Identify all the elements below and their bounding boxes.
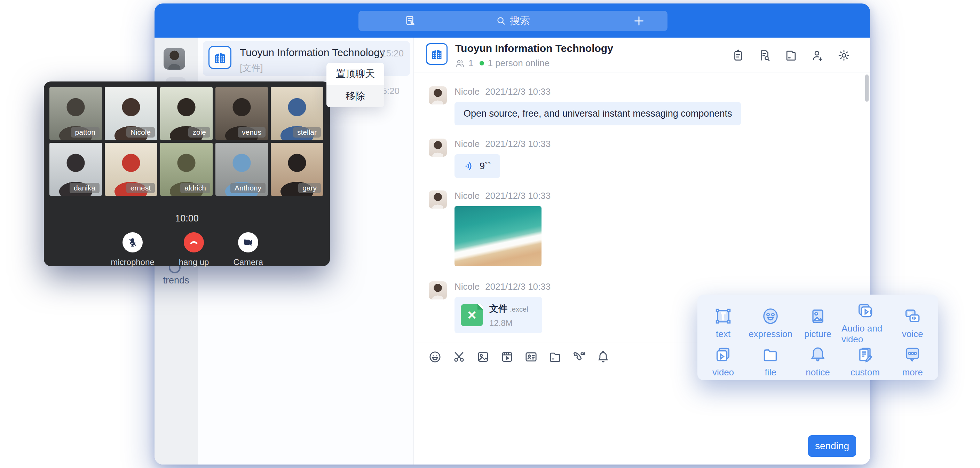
titlebar: 搜索 bbox=[154, 3, 870, 38]
call-tile-0: patton bbox=[49, 87, 102, 140]
hangup-icon bbox=[188, 237, 199, 248]
message-time: 2021/12/3 10:33 bbox=[485, 86, 550, 97]
call-controls: microphone hang up Camera bbox=[44, 232, 330, 267]
video-file-icon bbox=[713, 345, 733, 364]
sender-avatar[interactable] bbox=[429, 139, 447, 157]
add-member-icon[interactable] bbox=[811, 49, 824, 62]
settings-icon[interactable] bbox=[837, 49, 851, 62]
chat-header: Tuoyun Information Technology 1 1 person… bbox=[414, 38, 870, 72]
online-dot bbox=[480, 61, 484, 65]
message-type-panel: text expression picture bbox=[697, 295, 938, 380]
sender-name: Nicole bbox=[455, 190, 480, 201]
camera-mute-button[interactable] bbox=[238, 232, 258, 252]
menu-item-pin-chat[interactable]: 置顶聊天 bbox=[326, 63, 384, 85]
attach-item-custom[interactable]: custom bbox=[842, 345, 889, 378]
members-icon bbox=[455, 59, 465, 68]
custom-icon bbox=[856, 345, 875, 364]
attach-item-notice[interactable]: notice bbox=[794, 345, 842, 378]
text-icon bbox=[713, 307, 733, 326]
emoji-icon[interactable] bbox=[428, 350, 442, 364]
rail-item-trends[interactable]: trends bbox=[154, 275, 198, 286]
video-call-panel: patton Nicole zoie venus stellar danika … bbox=[44, 81, 330, 266]
attach-item-video[interactable]: video bbox=[700, 345, 747, 378]
text-bubble[interactable]: Open source, free, and universal instant… bbox=[455, 102, 741, 125]
expression-icon bbox=[761, 307, 780, 326]
scrollbar-thumb[interactable] bbox=[865, 75, 869, 102]
folder-icon[interactable] bbox=[548, 350, 562, 364]
contact-card-icon[interactable] bbox=[524, 350, 538, 364]
message-time: 2021/12/3 10:33 bbox=[485, 139, 550, 149]
message-voice: Nicole 2021/12/3 10:33 9`` bbox=[429, 139, 870, 178]
file-bubble[interactable]: ✕ 文件 .excel 12.8M bbox=[455, 297, 542, 333]
attach-item-expression[interactable]: expression bbox=[747, 301, 794, 345]
announcement-icon[interactable] bbox=[732, 49, 745, 62]
hangup-button[interactable] bbox=[184, 232, 204, 252]
video-icon[interactable] bbox=[500, 350, 514, 364]
file-folder-icon bbox=[761, 345, 780, 364]
call-tile-1: Nicole bbox=[105, 87, 157, 140]
attach-item-picture[interactable]: picture bbox=[794, 301, 842, 345]
participant-name: ernest bbox=[126, 183, 155, 193]
attach-item-file[interactable]: file bbox=[747, 345, 794, 378]
call-tile-6: ernest bbox=[105, 143, 157, 196]
search-bar[interactable]: 搜索 bbox=[358, 11, 668, 31]
mic-muted-icon bbox=[127, 237, 138, 248]
microphone-mute-button[interactable] bbox=[123, 232, 143, 252]
participant-grid: patton Nicole zoie venus stellar danika … bbox=[44, 81, 330, 201]
participant-name: venus bbox=[238, 127, 266, 137]
chat-organization-icon bbox=[426, 43, 447, 65]
more-icon bbox=[903, 345, 922, 364]
conversation-title: Tuoyun Information Technology bbox=[240, 47, 385, 59]
sender-avatar[interactable] bbox=[429, 86, 447, 104]
search-field[interactable]: 搜索 bbox=[358, 11, 668, 31]
file-size: 12.8M bbox=[489, 318, 528, 328]
video-call-icon[interactable] bbox=[572, 350, 586, 364]
send-button[interactable]: sending bbox=[808, 435, 856, 457]
plus-icon[interactable] bbox=[632, 14, 646, 29]
notification-icon[interactable] bbox=[596, 350, 610, 364]
app-page: 搜索 trends bbox=[0, 0, 980, 468]
search-placeholder: 搜索 bbox=[510, 14, 530, 28]
sender-name: Nicole bbox=[455, 281, 480, 292]
message-text: Nicole 2021/12/3 10:33 Open source, free… bbox=[429, 86, 870, 125]
camera-label: Camera bbox=[233, 257, 263, 267]
participant-name: Nicole bbox=[126, 127, 155, 137]
call-tile-9: gary bbox=[271, 143, 323, 196]
message-image: Nicole 2021/12/3 10:33 bbox=[429, 190, 870, 266]
compose-area[interactable]: sending bbox=[414, 371, 870, 465]
message-time: 2021/12/3 10:33 bbox=[485, 281, 550, 292]
attach-item-more[interactable]: more bbox=[889, 345, 936, 378]
image-icon[interactable] bbox=[476, 350, 490, 364]
file-name: 文件 bbox=[489, 303, 508, 314]
call-tile-2: zoie bbox=[160, 87, 213, 140]
conversation-context-menu: 置顶聊天 移除 bbox=[326, 63, 384, 107]
voice-bubble[interactable]: 9`` bbox=[455, 154, 500, 178]
doc-search-icon[interactable] bbox=[758, 49, 771, 62]
chat-main: Tuoyun Information Technology 1 1 person… bbox=[414, 38, 870, 465]
participant-name: Anthony bbox=[231, 183, 266, 193]
hangup-label: hang up bbox=[179, 257, 209, 267]
attach-item-audio-video[interactable]: Audio and video bbox=[842, 301, 889, 345]
participant-name: zoie bbox=[188, 127, 210, 137]
notice-icon bbox=[808, 345, 827, 364]
microphone-label: microphone bbox=[111, 257, 154, 267]
call-tile-4: stellar bbox=[271, 87, 323, 140]
camera-muted-icon bbox=[243, 237, 253, 248]
voice-icon bbox=[903, 307, 922, 326]
call-tile-8: Anthony bbox=[215, 143, 268, 196]
voice-duration: 9`` bbox=[480, 161, 491, 172]
attach-item-voice[interactable]: voice bbox=[889, 301, 936, 345]
sender-avatar[interactable] bbox=[429, 190, 447, 209]
beach-photo[interactable] bbox=[455, 206, 541, 266]
file-icon[interactable] bbox=[784, 49, 798, 62]
attach-item-text[interactable]: text bbox=[700, 301, 747, 345]
screenshot-icon[interactable] bbox=[452, 350, 466, 364]
chat-title: Tuoyun Information Technology bbox=[455, 43, 613, 54]
sender-avatar[interactable] bbox=[429, 281, 447, 299]
call-tile-3: venus bbox=[215, 87, 268, 140]
voice-wave-icon bbox=[463, 161, 475, 172]
call-timer: 10:00 bbox=[44, 213, 330, 224]
participant-name: danika bbox=[70, 183, 100, 193]
menu-item-remove[interactable]: 移除 bbox=[326, 85, 384, 107]
user-avatar[interactable] bbox=[164, 48, 185, 70]
